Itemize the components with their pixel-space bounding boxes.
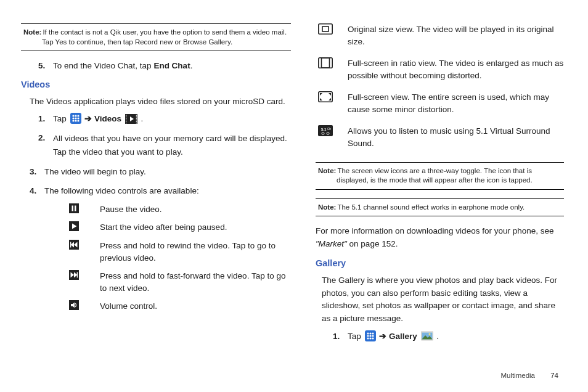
- step-text: The following video controls are availab…: [44, 185, 291, 197]
- note-label: Note:: [318, 203, 337, 211]
- apps-icon: [365, 330, 376, 341]
- ref-a: For more information on downloading vide…: [316, 226, 553, 235]
- market-ref: For more information on downloading vide…: [316, 225, 564, 251]
- tap-label: Tap: [53, 114, 69, 123]
- view-text: Full-screen in ratio view. The video is …: [348, 57, 564, 81]
- control-text: Pause the video.: [100, 203, 291, 216]
- step5-text-a: To end the Video Chat, tap: [53, 61, 153, 70]
- videos-step-1: 1. Tap ➔ Videos .: [38, 113, 291, 125]
- step-5: 5. To end the Video Chat, tap End Chat.: [38, 60, 291, 72]
- period: .: [435, 332, 439, 341]
- videos-intro: The Videos application plays video files…: [30, 96, 291, 108]
- arrow-icon: ➔: [83, 114, 95, 123]
- note-toggle: Note:The screen view icons are a three-w…: [316, 162, 564, 190]
- control-volume: Volume control.: [69, 300, 291, 312]
- step5-text-c: .: [190, 61, 193, 70]
- note-qik: Note:If the contact is not a Qik user, y…: [21, 23, 291, 51]
- note-label: Note:: [318, 167, 337, 174]
- ref-c: on page 152.: [347, 239, 398, 248]
- note-earphone: Note:The 5.1 channel sound effect works …: [316, 198, 564, 217]
- gallery-step-1: 1. Tap ➔ Gallery .: [333, 330, 564, 343]
- view-text: Original size view. The video will be pl…: [348, 23, 564, 47]
- control-forward: Press and hold to fast-forward the video…: [69, 270, 291, 294]
- note-text: If the contact is not a Qik user, you ha…: [42, 28, 287, 46]
- control-text: Volume control.: [100, 300, 291, 312]
- left-column: Note:If the contact is not a Qik user, y…: [21, 20, 291, 349]
- note-label: Note:: [23, 28, 43, 36]
- step-text: All videos that you have on your memory …: [53, 132, 291, 160]
- play-icon: [69, 221, 100, 231]
- gallery-label: Gallery: [389, 332, 417, 341]
- videos-heading: Videos: [21, 78, 291, 92]
- step-num: 3.: [30, 166, 44, 178]
- apps-icon: [70, 113, 81, 124]
- videos-app-icon: [125, 114, 137, 124]
- footer-section: Multimedia: [500, 372, 535, 379]
- gallery-heading: Gallery: [316, 257, 564, 271]
- volume-icon: [69, 300, 100, 310]
- right-column: Original size view. The video will be pl…: [316, 20, 564, 349]
- period: .: [139, 114, 144, 123]
- step-num: 4.: [30, 185, 44, 197]
- gallery-app-icon: [421, 330, 433, 341]
- videos-step-4: 4. The following video controls are avai…: [30, 185, 291, 197]
- footer-page: 74: [550, 372, 558, 379]
- arrow-icon: ➔: [377, 332, 390, 341]
- ratio-view-icon: [316, 57, 348, 68]
- surround-icon: [316, 125, 348, 136]
- fullscreen-icon: [316, 91, 348, 102]
- note-text: The screen view icons are a three-way to…: [337, 167, 533, 184]
- gallery-intro: The Gallery is where you view photos and…: [322, 274, 564, 326]
- view-text: Full-screen view. The entire screen is u…: [348, 91, 564, 115]
- rewind-icon: [69, 240, 100, 250]
- tap-label: Tap: [348, 332, 364, 341]
- page-footer: Multimedia 74: [500, 370, 558, 381]
- pause-icon: [69, 203, 100, 213]
- original-size-icon: [316, 23, 348, 35]
- step-text: The video will begin to play.: [44, 166, 291, 178]
- step-num: 2.: [38, 132, 53, 160]
- control-rewind: Press and hold to rewind the video. Tap …: [69, 240, 291, 264]
- control-play: Start the video after being paused.: [69, 221, 291, 234]
- videos-label: Videos: [94, 114, 121, 123]
- step-num: 1.: [333, 330, 348, 343]
- videos-step-3: 3. The video will begin to play.: [30, 166, 291, 178]
- control-pause: Pause the video.: [69, 203, 291, 216]
- step-num: 5.: [38, 60, 53, 72]
- note-text: The 5.1 channel sound effect works in ea…: [337, 203, 525, 211]
- videos-step-2: 2. All videos that you have on your memo…: [38, 132, 291, 160]
- view-text: Allows you to listen to music using 5.1 …: [348, 125, 564, 149]
- view-fullscreen: Full-screen view. The entire screen is u…: [316, 91, 564, 115]
- view-original: Original size view. The video will be pl…: [316, 23, 564, 47]
- surround-sound: Allows you to listen to music using 5.1 …: [316, 125, 564, 149]
- forward-icon: [69, 270, 100, 280]
- control-text: Start the video after being paused.: [100, 221, 291, 234]
- control-text: Press and hold to rewind the video. Tap …: [100, 240, 291, 264]
- view-ratio: Full-screen in ratio view. The video is …: [316, 57, 564, 81]
- market-link: "Market": [316, 239, 347, 248]
- control-text: Press and hold to fast-forward the video…: [100, 270, 291, 294]
- end-chat-label: End Chat: [153, 61, 190, 70]
- step-num: 1.: [38, 113, 53, 125]
